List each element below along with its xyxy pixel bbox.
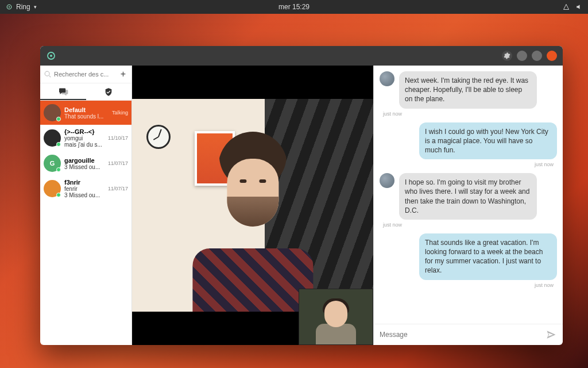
minimize-button[interactable]	[517, 51, 527, 61]
presence-dot	[56, 117, 61, 121]
contact-name: gargouille	[64, 157, 100, 164]
window-titlebar[interactable]	[40, 46, 563, 66]
tab-chats[interactable]	[40, 83, 86, 100]
avatar	[44, 129, 61, 147]
avatar	[380, 71, 394, 86]
contact-item-gr[interactable]: {>--GR--<} yomgui mais j'ai du s... 11/1…	[40, 125, 131, 151]
message-out: That sounds like a great vacation. I'm l…	[380, 233, 557, 280]
contact-name: f3nrir	[64, 179, 100, 186]
close-button[interactable]	[547, 51, 557, 61]
avatar	[44, 104, 61, 121]
volume-icon[interactable]	[575, 3, 582, 10]
app-icon	[46, 51, 56, 61]
chevron-down-icon[interactable]: ▾	[34, 4, 37, 10]
contact-sub: That sounds l...	[64, 113, 103, 120]
contact-sub: 3 Missed ou...	[64, 164, 100, 170]
presence-dot	[56, 167, 61, 172]
contact-item-default[interactable]: Default That sounds l... Talking	[40, 101, 131, 125]
message-bubble: I wish I could go with you! New York Cit…	[419, 122, 557, 160]
message-bubble: That sounds like a great vacation. I'm l…	[419, 233, 557, 280]
search-input[interactable]	[54, 71, 116, 78]
svg-line-5	[49, 76, 51, 78]
add-contact-button[interactable]: +	[118, 69, 128, 79]
search-icon	[44, 70, 52, 78]
avatar	[44, 180, 61, 197]
remote-person	[185, 120, 320, 311]
contact-name: Default	[64, 106, 103, 113]
presence-dot	[56, 142, 61, 147]
message-composer	[374, 324, 563, 345]
remote-video-feed	[132, 99, 373, 311]
avatar-initial: G	[50, 160, 55, 167]
contact-sub: yomgui mais j'ai du s...	[64, 135, 102, 148]
video-panel	[132, 66, 373, 345]
chat-panel: Next week. I'm taking the red eye. It wa…	[373, 66, 563, 345]
avatar: G	[44, 155, 61, 172]
wall-clock-icon	[146, 125, 171, 149]
contact-list: Default That sounds l... Talking {>--GR-…	[40, 101, 131, 345]
search-row: +	[40, 66, 131, 83]
message-timestamp: just now	[383, 162, 554, 167]
contact-item-f3nrir[interactable]: f3nrir fenrir 3 Missed ou... 11/07/17	[40, 175, 131, 202]
send-button[interactable]	[546, 329, 557, 340]
app-window: + Default That sounds l... Talking	[40, 46, 563, 345]
message-bubble: I hope so. I'm going to visit my brother…	[399, 173, 537, 220]
message-timestamp: just now	[383, 282, 554, 288]
message-input[interactable]	[380, 331, 541, 339]
contact-date: 11/10/17	[108, 135, 128, 141]
contact-sub: fenrir 3 Missed ou...	[64, 186, 100, 198]
network-icon[interactable]	[563, 3, 570, 10]
tab-trusted[interactable]	[86, 83, 132, 100]
presence-dot	[56, 193, 61, 197]
message-list[interactable]: Next week. I'm taking the red eye. It wa…	[374, 66, 563, 324]
message-in: I hope so. I'm going to visit my brother…	[380, 173, 557, 220]
settings-button[interactable]	[502, 51, 512, 61]
svg-point-3	[50, 55, 52, 57]
desktop: Ring ▾ mer 15:29	[0, 0, 588, 368]
sidebar: + Default That sounds l... Talking	[40, 66, 132, 345]
svg-point-1	[9, 6, 10, 7]
maximize-button[interactable]	[532, 51, 542, 61]
self-video-pip[interactable]	[299, 289, 373, 345]
message-out: I wish I could go with you! New York Cit…	[380, 122, 557, 160]
avatar	[380, 173, 394, 188]
sidebar-tabs	[40, 83, 131, 101]
message-timestamp: just now	[383, 111, 554, 117]
system-topbar: Ring ▾ mer 15:29	[0, 0, 588, 14]
contact-item-gargouille[interactable]: G gargouille 3 Missed ou... 11/07/17	[40, 151, 131, 175]
topbar-clock: mer 15:29	[278, 3, 310, 11]
contact-date: 11/07/17	[108, 186, 128, 191]
message-timestamp: just now	[383, 222, 554, 228]
message-bubble: Next week. I'm taking the red eye. It wa…	[399, 71, 537, 109]
svg-point-4	[45, 71, 49, 76]
contact-date: 11/07/17	[108, 160, 128, 166]
talking-badge: Talking	[112, 110, 128, 116]
indicator-icon	[6, 3, 13, 10]
message-in: Next week. I'm taking the red eye. It wa…	[380, 71, 557, 109]
topbar-app-label[interactable]: Ring	[16, 3, 30, 11]
contact-name: {>--GR--<}	[64, 128, 102, 135]
